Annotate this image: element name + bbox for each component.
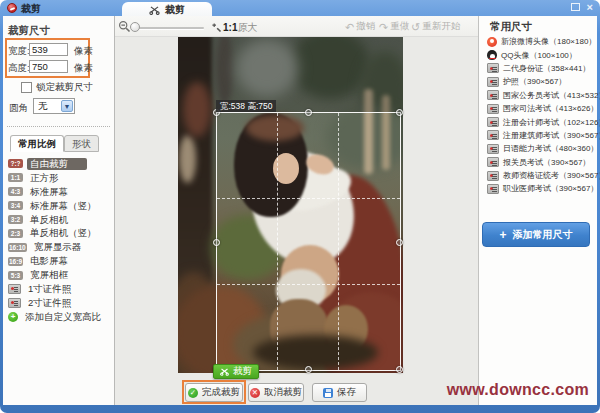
zoom-slider-track[interactable] bbox=[132, 27, 204, 29]
corner-radius-select[interactable]: 无 ▼ bbox=[33, 98, 75, 114]
id-photo-icon bbox=[487, 63, 499, 73]
ratio-item-standard-screen[interactable]: 4:3 标准屏幕 bbox=[8, 185, 114, 199]
separator bbox=[7, 126, 110, 127]
thirds-guide bbox=[217, 284, 400, 285]
lock-size-label: 锁定裁剪尺寸 bbox=[36, 81, 93, 94]
crop-size-tooltip: 宽:538 高:750 bbox=[216, 100, 276, 112]
size-item-customs-exam[interactable]: 报关员考试（390×567） bbox=[487, 156, 597, 169]
zoom-slider-handle[interactable] bbox=[130, 22, 140, 32]
finish-crop-button[interactable]: ✓ 完成裁剪 bbox=[185, 383, 243, 402]
corner-radius-value: 无 bbox=[38, 100, 48, 113]
size-item-passport[interactable]: 护照（390×567） bbox=[487, 75, 597, 88]
photo-icon bbox=[8, 298, 21, 308]
ratio-list: ?:? 自由裁剪 1:1 正方形 4:3 标准屏幕 3:4 标准屏幕（竖） 3:… bbox=[8, 157, 114, 324]
size-item-cpa-exam[interactable]: 注册会计师考试（102×126） bbox=[487, 115, 597, 128]
id-photo-icon bbox=[487, 157, 499, 167]
crop-handle-top[interactable] bbox=[305, 109, 312, 116]
maximize-button[interactable] bbox=[571, 3, 580, 11]
ratio-badge: 4:3 bbox=[8, 187, 23, 196]
crop-rectangle[interactable]: 宽:538 高:750 裁剪 bbox=[216, 112, 401, 371]
window-title: 裁剪 bbox=[21, 2, 41, 16]
width-input[interactable] bbox=[29, 43, 68, 56]
corner-radius-label: 圆角 bbox=[9, 102, 28, 115]
common-sizes-title: 常用尺寸 bbox=[490, 20, 532, 34]
size-item-id-card[interactable]: 二代身份证（358×441） bbox=[487, 62, 597, 75]
add-custom-ratio-button[interactable]: + 添加自定义宽高比 bbox=[8, 310, 114, 324]
ratio-item-standard-screen-portrait[interactable]: 3:4 标准屏幕（竖） bbox=[8, 199, 114, 213]
crop-handle-top-right[interactable] bbox=[396, 109, 403, 116]
size-list: 新浪微博头像（180×180） QQ头像（100×100） 二代身份证（358×… bbox=[487, 35, 597, 196]
tab-shapes[interactable]: 形状 bbox=[64, 135, 99, 152]
ratio-item-widescreen-monitor[interactable]: 16:10 宽屏显示器 bbox=[8, 240, 114, 254]
id-photo-icon bbox=[487, 117, 499, 127]
thirds-guide bbox=[217, 198, 400, 199]
ratio-badge: 16:10 bbox=[8, 243, 27, 252]
size-item-civil-service-exam[interactable]: 国家公务员考试（413×532） bbox=[487, 89, 597, 102]
ratio-badge: ?:? bbox=[8, 159, 23, 168]
close-button[interactable]: × bbox=[587, 2, 593, 12]
size-item-physician-exam[interactable]: 职业医师考试（390×567） bbox=[487, 182, 597, 195]
crop-settings-panel: 裁剪尺寸 宽度: 像素 高度: 像素 锁定裁剪尺寸 圆角 无 ▼ 常用比例 形状… bbox=[3, 16, 115, 405]
thirds-guide bbox=[338, 113, 339, 370]
cancel-crop-button[interactable]: ✕ 取消裁剪 bbox=[248, 383, 304, 402]
id-photo-icon bbox=[487, 144, 499, 154]
crop-confirm-badge[interactable]: 裁剪 bbox=[213, 364, 259, 379]
crop-window: 裁剪 × 裁剪 裁剪尺寸 宽度: 像素 高度: 像素 锁定裁剪尺寸 圆角 无 ▼… bbox=[0, 0, 600, 413]
redo-button[interactable]: ↷重做 bbox=[379, 20, 409, 33]
ratio-item-free-crop[interactable]: ?:? 自由裁剪 bbox=[8, 157, 114, 171]
size-item-weibo-avatar[interactable]: 新浪微博头像（180×180） bbox=[487, 35, 597, 48]
ratio-item-movie-screen[interactable]: 16:9 电影屏幕 bbox=[8, 254, 114, 268]
ratio-item-2inch-id-photo[interactable]: 2寸证件照 bbox=[8, 296, 114, 310]
qq-icon bbox=[487, 50, 497, 60]
lock-size-checkbox[interactable] bbox=[21, 82, 32, 93]
ratio-item-wide-photo-frame[interactable]: 5:3 宽屏相框 bbox=[8, 268, 114, 282]
actual-size-button[interactable]: 1:1原大 bbox=[223, 21, 257, 35]
photo-blob bbox=[236, 39, 298, 97]
photo-blob bbox=[290, 37, 370, 99]
tab-common-ratios[interactable]: 常用比例 bbox=[10, 135, 64, 152]
zoom-in-icon[interactable] bbox=[209, 20, 222, 33]
restart-button[interactable]: ↺重新开始 bbox=[411, 20, 460, 33]
size-item-teacher-cert-exam[interactable]: 教师资格证统考（390×567） bbox=[487, 169, 597, 182]
size-item-qq-avatar[interactable]: QQ头像（100×100） bbox=[487, 48, 597, 61]
plus-icon: + bbox=[499, 229, 506, 241]
check-icon: ✓ bbox=[188, 388, 198, 398]
height-label: 高度: bbox=[8, 62, 30, 75]
ratio-item-1inch-id-photo[interactable]: 1寸证件照 bbox=[8, 282, 114, 296]
ratio-item-dslr[interactable]: 3:2 单反相机 bbox=[8, 213, 114, 227]
width-label: 宽度: bbox=[8, 45, 30, 58]
watermark: www.downcc.com bbox=[447, 381, 589, 399]
save-button[interactable]: 保存 bbox=[312, 383, 367, 402]
restart-icon: ↺ bbox=[411, 21, 420, 33]
size-item-judicial-exam[interactable]: 国家司法考试（413×626） bbox=[487, 102, 597, 115]
ratio-item-square[interactable]: 1:1 正方形 bbox=[8, 171, 114, 185]
scissors-icon bbox=[220, 368, 229, 376]
id-photo-icon bbox=[487, 77, 499, 87]
id-photo-icon bbox=[487, 171, 499, 181]
add-common-size-button[interactable]: + 添加常用尺寸 bbox=[482, 222, 590, 247]
scissors-icon bbox=[149, 6, 160, 15]
thirds-guide bbox=[277, 113, 278, 370]
photo-blob bbox=[183, 82, 211, 137]
common-sizes-panel: 常用尺寸 新浪微博头像（180×180） QQ头像（100×100） 二代身份证… bbox=[478, 16, 597, 405]
plus-icon: + bbox=[8, 312, 18, 322]
crop-handle-bottom[interactable] bbox=[305, 366, 312, 373]
height-input[interactable] bbox=[29, 60, 68, 73]
size-item-jlpt-exam[interactable]: 日语能力考试（480×360） bbox=[487, 142, 597, 155]
ratio-badge: 3:4 bbox=[8, 201, 23, 210]
height-unit: 像素 bbox=[74, 62, 93, 75]
ratio-badge: 3:2 bbox=[8, 215, 23, 224]
crop-size-title: 裁剪尺寸 bbox=[8, 24, 50, 38]
zoom-toolbar: 1:1原大 ↶撤销 ↷重做 ↺重新开始 bbox=[115, 16, 478, 37]
ratio-badge: 1:1 bbox=[8, 173, 23, 182]
canvas-area: 1:1原大 ↶撤销 ↷重做 ↺重新开始 bbox=[115, 16, 478, 405]
crop-handle-bottom-right[interactable] bbox=[396, 366, 403, 373]
x-icon: ✕ bbox=[250, 388, 260, 398]
floppy-icon bbox=[323, 388, 333, 398]
crop-handle-right[interactable] bbox=[396, 239, 403, 246]
size-item-architect-exam[interactable]: 注册建筑师考试（390×567） bbox=[487, 129, 597, 142]
undo-button[interactable]: ↶撤销 bbox=[345, 20, 375, 33]
redo-icon: ↷ bbox=[379, 21, 388, 33]
ratio-item-dslr-portrait[interactable]: 2:3 单反相机（竖） bbox=[8, 226, 114, 240]
crop-handle-left[interactable] bbox=[213, 239, 220, 246]
